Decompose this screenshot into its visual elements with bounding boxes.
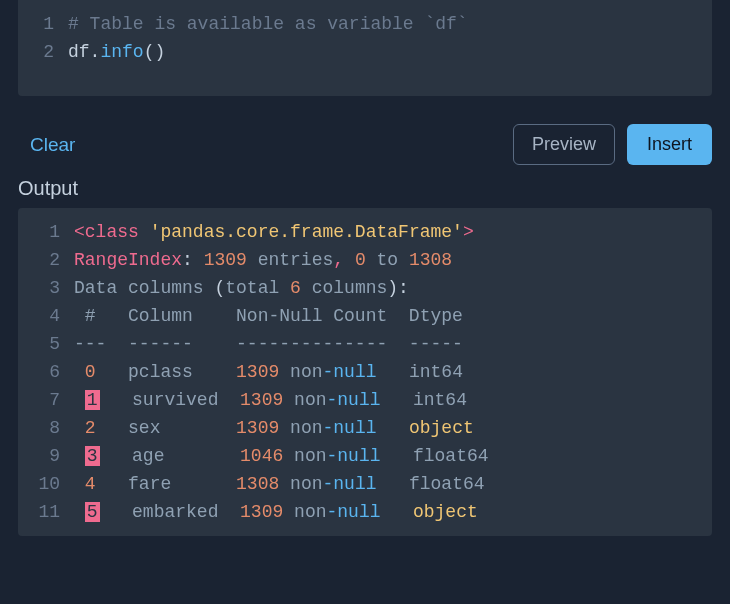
dtype: object	[409, 418, 474, 438]
output-content: 2 sex 1309 non-null object	[74, 414, 474, 442]
line-number: 1	[18, 218, 74, 246]
output-content: 0 pclass 1309 non-null int64	[74, 358, 463, 386]
dtype: float64	[409, 474, 485, 494]
output-content: 3 age 1046 non-null float64	[74, 442, 489, 470]
dtype: int64	[409, 362, 463, 382]
non-null-count: 1046	[240, 446, 283, 466]
line-number: 5	[18, 330, 74, 358]
dtype: float64	[413, 446, 489, 466]
output-content: Data columns (total 6 columns):	[74, 274, 409, 302]
non-null-count: 1308	[236, 474, 279, 494]
output-content: 1 survived 1309 non-null int64	[74, 386, 467, 414]
output-data-row: 6 0 pclass 1309 non-null int64	[18, 358, 712, 386]
row-index: 3	[85, 446, 100, 466]
column-name: pclass	[128, 362, 236, 382]
output-data-row: 8 2 sex 1309 non-null object	[18, 414, 712, 442]
output-line: 4 # Column Non-Null Count Dtype	[18, 302, 712, 330]
row-index: 4	[85, 474, 96, 494]
output-data-row: 9 3 age 1046 non-null float64	[18, 442, 712, 470]
insert-button[interactable]: Insert	[627, 124, 712, 165]
output-line: 3 Data columns (total 6 columns):	[18, 274, 712, 302]
non-null-count: 1309	[240, 390, 283, 410]
output-header: # Column Non-Null Count Dtype	[74, 302, 463, 330]
code-content: df.info()	[68, 38, 165, 66]
code-line: 1 # Table is available as variable `df`	[18, 10, 712, 38]
clear-button[interactable]: Clear	[30, 134, 75, 156]
output-line: 5 --- ------ -------------- -----	[18, 330, 712, 358]
line-number: 8	[18, 414, 74, 442]
row-index: 2	[85, 418, 96, 438]
output-label: Output	[0, 173, 730, 208]
output-content: 4 fare 1308 non-null float64	[74, 470, 485, 498]
line-number: 11	[18, 498, 74, 526]
column-name: embarked	[132, 502, 240, 522]
line-number: 4	[18, 302, 74, 330]
dtype: int64	[413, 390, 467, 410]
output-panel: 1 <class 'pandas.core.frame.DataFrame'> …	[18, 208, 712, 536]
row-index: 1	[85, 390, 100, 410]
code-comment: # Table is available as variable `df`	[68, 10, 468, 38]
line-number: 6	[18, 358, 74, 386]
non-null-count: 1309	[236, 418, 279, 438]
column-name: age	[132, 446, 240, 466]
output-divider: --- ------ -------------- -----	[74, 330, 463, 358]
non-null-count: 1309	[240, 502, 283, 522]
row-index: 5	[85, 502, 100, 522]
output-line: 2 RangeIndex: 1309 entries, 0 to 1308	[18, 246, 712, 274]
row-index: 0	[85, 362, 96, 382]
non-null-count: 1309	[236, 362, 279, 382]
dtype: object	[413, 502, 478, 522]
action-bar: Clear Preview Insert	[0, 114, 730, 173]
column-name: fare	[128, 474, 236, 494]
line-number: 10	[18, 470, 74, 498]
code-line: 2 df.info()	[18, 38, 712, 66]
output-data-row: 11 5 embarked 1309 non-null object	[18, 498, 712, 526]
right-buttons: Preview Insert	[513, 124, 712, 165]
line-number: 2	[18, 38, 68, 66]
line-number: 3	[18, 274, 74, 302]
output-line: 1 <class 'pandas.core.frame.DataFrame'>	[18, 218, 712, 246]
line-number: 7	[18, 386, 74, 414]
column-name: survived	[132, 390, 240, 410]
output-content: RangeIndex: 1309 entries, 0 to 1308	[74, 246, 452, 274]
column-name: sex	[128, 418, 236, 438]
output-content: 5 embarked 1309 non-null object	[74, 498, 478, 526]
output-data-row: 10 4 fare 1308 non-null float64	[18, 470, 712, 498]
preview-button[interactable]: Preview	[513, 124, 615, 165]
output-content: <class 'pandas.core.frame.DataFrame'>	[74, 218, 474, 246]
line-number: 9	[18, 442, 74, 470]
code-editor[interactable]: 1 # Table is available as variable `df` …	[18, 0, 712, 96]
output-data-row: 7 1 survived 1309 non-null int64	[18, 386, 712, 414]
line-number: 2	[18, 246, 74, 274]
line-number: 1	[18, 10, 68, 38]
